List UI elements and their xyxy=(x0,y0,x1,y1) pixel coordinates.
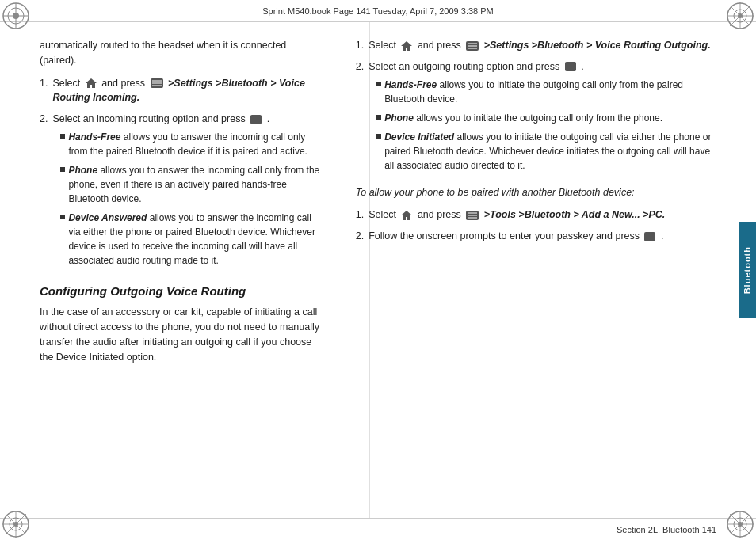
section-heading: Configuring Outgoing Voice Routing xyxy=(40,283,324,299)
svg-rect-31 xyxy=(250,115,262,124)
page-container: Sprint M540.book Page 141 Tuesday, April… xyxy=(0,0,756,540)
bluetooth-side-tab: Bluetooth xyxy=(739,222,756,318)
outgoing-para: In the case of an accessory or car kit, … xyxy=(40,305,324,364)
right-steps-list: 1. Select and press >Se xyxy=(356,38,715,177)
right-bullet-3: Device Initiated allows you to initiate … xyxy=(376,130,715,173)
svg-marker-38 xyxy=(401,211,412,220)
home-icon-right xyxy=(400,40,413,51)
intro-paragraph: automatically routed to the headset when… xyxy=(40,38,324,68)
svg-rect-37 xyxy=(565,62,576,71)
pair-steps-list: 1. Select and press >To xyxy=(356,207,715,244)
right-bullet-1: Hands-Free allows you to initiate the ou… xyxy=(376,78,715,106)
svg-rect-43 xyxy=(644,232,655,241)
pair-intro: To allow your phone to be paired with an… xyxy=(356,185,715,200)
ok-icon-pair xyxy=(643,231,656,242)
footer-right: Section 2L. Bluetooth 141 xyxy=(617,525,716,534)
right-bullet-2: Phone allows you to initiate the outgoin… xyxy=(376,111,715,125)
menu-icon-left-1 xyxy=(150,78,164,89)
right-step-2: 2. Select an outgoing routing option and… xyxy=(356,59,715,177)
home-icon-pair xyxy=(400,210,413,221)
header-text: Sprint M540.book Page 141 Tuesday, April… xyxy=(10,6,746,16)
home-icon xyxy=(85,78,97,89)
menu-icon-pair xyxy=(465,210,479,221)
ok-icon-left-2 xyxy=(250,114,262,125)
right-column: 1. Select and press >Se xyxy=(340,22,739,518)
svg-marker-26 xyxy=(86,78,97,88)
left-bullet-3: Device Answered allows you to answer the… xyxy=(60,211,323,268)
right-step-1: 1. Select and press >Se xyxy=(356,38,715,53)
left-bullet-2: Phone allows you to answer the incoming … xyxy=(60,163,323,206)
right-bullet-list: Hands-Free allows you to initiate the ou… xyxy=(376,78,715,173)
bottom-bar: Section 2L. Bluetooth 141 xyxy=(0,518,756,540)
pair-step-1: 1. Select and press >To xyxy=(356,207,715,222)
menu-icon-right-1 xyxy=(465,40,479,51)
left-step-2: 2. Select an incoming routing option and… xyxy=(40,112,324,272)
pair-step-2: 2. Follow the onscreen prompts to enter … xyxy=(356,229,715,244)
top-bar: Sprint M540.book Page 141 Tuesday, April… xyxy=(0,0,756,22)
left-steps-list: 1. Select and press >Se xyxy=(40,76,324,272)
left-bullet-list: Hands-Free allows you to answer the inco… xyxy=(60,130,323,268)
left-step-1: 1. Select and press >Se xyxy=(40,76,324,106)
content-area: automatically routed to the headset when… xyxy=(0,22,739,518)
left-bullet-1: Hands-Free allows you to answer the inco… xyxy=(60,130,323,158)
side-tab-label: Bluetooth xyxy=(743,246,752,294)
left-column: automatically routed to the headset when… xyxy=(0,22,340,518)
svg-marker-32 xyxy=(401,41,412,51)
ok-icon-right-2 xyxy=(564,61,577,72)
